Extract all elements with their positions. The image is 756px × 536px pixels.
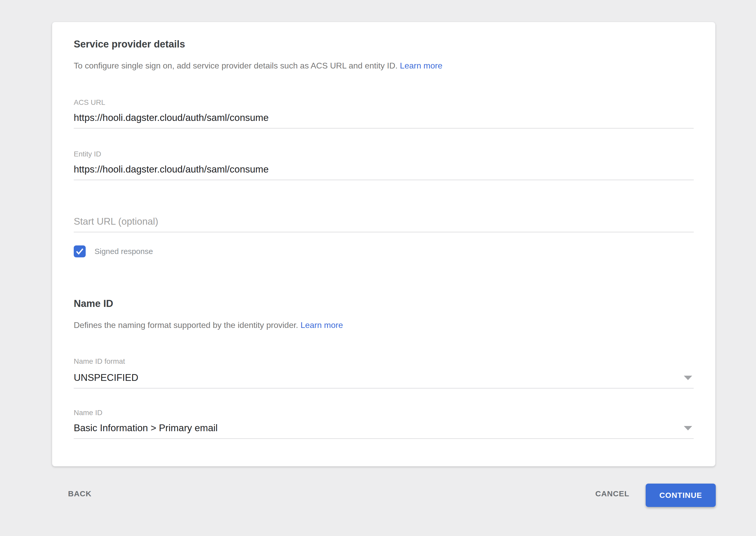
name-id-description-text: Defines the naming format supported by t… xyxy=(74,320,298,330)
entity-id-input[interactable] xyxy=(74,163,694,180)
card-description: To configure single sign on, add service… xyxy=(74,60,694,71)
name-id-section-heading: Name ID xyxy=(74,298,113,310)
page: { "colors": { "page_background": "#edede… xyxy=(0,0,756,536)
checkmark-icon xyxy=(75,248,84,255)
name-id-select[interactable]: Basic Information > Primary email xyxy=(74,421,694,439)
name-id-format-value: UNSPECIFIED xyxy=(74,371,684,384)
signed-response-label: Signed response xyxy=(94,247,153,256)
signed-response-row: Signed response xyxy=(74,245,153,258)
card-content: Service provider details To configure si… xyxy=(74,22,694,466)
signed-response-checkbox[interactable] xyxy=(74,246,86,257)
cancel-button[interactable]: CANCEL xyxy=(595,489,629,499)
name-id-learn-more-link[interactable]: Learn more xyxy=(300,320,343,330)
acs-url-label: ACS URL xyxy=(74,98,105,107)
name-id-value: Basic Information > Primary email xyxy=(74,421,684,435)
acs-url-input[interactable] xyxy=(74,111,694,129)
start-url-input[interactable] xyxy=(74,215,694,232)
page-title: Service provider details xyxy=(74,38,185,50)
name-id-label: Name ID xyxy=(74,408,102,418)
entity-id-label: Entity ID xyxy=(74,150,101,159)
name-id-format-label: Name ID format xyxy=(74,357,125,366)
service-provider-details-card: Service provider details To configure si… xyxy=(52,22,715,466)
dropdown-arrow-icon xyxy=(684,426,692,430)
dropdown-arrow-icon xyxy=(684,376,692,380)
back-button[interactable]: BACK xyxy=(68,489,91,499)
name-id-format-select[interactable]: UNSPECIFIED xyxy=(74,371,694,389)
continue-button[interactable]: CONTINUE xyxy=(646,484,716,507)
name-id-section-description: Defines the naming format supported by t… xyxy=(74,319,694,331)
learn-more-link[interactable]: Learn more xyxy=(400,61,442,70)
card-description-text: To configure single sign on, add service… xyxy=(74,61,397,70)
